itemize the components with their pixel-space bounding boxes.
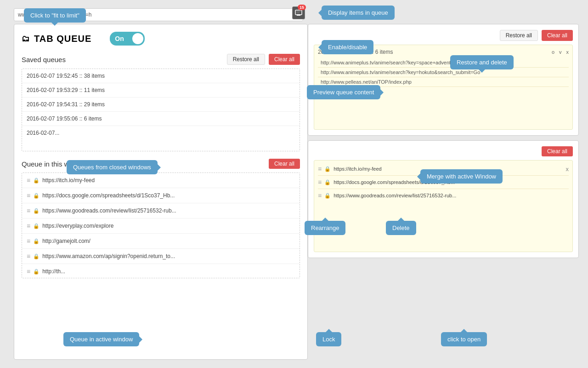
saved-queues-header: Saved queues Restore all Clear all: [22, 54, 300, 65]
right-panel: Restore all Clear all 2016-02-07 19:55:0…: [308, 24, 579, 360]
drag-handle-icon: ≡: [27, 207, 30, 214]
drag-handle-icon: ≡: [318, 192, 322, 199]
lock-icon: 🔒: [33, 269, 40, 275]
drag-handle-icon: ≡: [27, 222, 30, 230]
toggle-circle: [132, 33, 143, 44]
svg-rect-0: [295, 10, 302, 15]
delete-tooltip: Delete: [386, 221, 416, 235]
list-item[interactable]: ≡ 🔒 http://gamejolt.com/: [22, 234, 300, 249]
click-to-open-tooltip: click to open: [441, 332, 487, 346]
lock-icon: 🔒: [33, 223, 40, 229]
clear-all-active-button[interactable]: Clear all: [542, 146, 573, 156]
lock-icon: 🔒: [324, 193, 331, 199]
enable-toggle[interactable]: On: [110, 32, 145, 46]
saved-queues-title: Saved queues: [22, 56, 66, 63]
svg-rect-1: [297, 14, 300, 16]
remove-item-button[interactable]: x: [566, 166, 569, 172]
lock-tooltip: Lock: [316, 332, 341, 346]
lock-icon: 🔒: [33, 253, 40, 259]
list-item[interactable]: ≡ 🔒 http://th...: [22, 264, 300, 278]
list-item[interactable]: 2016-02-07 19:54:31 :: 29 items: [22, 98, 300, 112]
lock-icon: 🔒: [33, 238, 40, 244]
window-queue-list: ≡ 🔒 https://itch.io/my-feed ≡ 🔒 https://…: [22, 172, 300, 278]
preview-action-buttons: o v x: [552, 49, 569, 55]
fit-to-limit-tooltip: Click to "fit to limit": [24, 8, 86, 23]
preview-url-item[interactable]: http://www.animeplus.tv/anime/search?key…: [318, 58, 569, 68]
lock-icon: 🔒: [324, 166, 331, 172]
queue-count-badge: 15: [298, 5, 306, 10]
list-item[interactable]: ≡ 🔒 https://www.amazon.com/ap/signin?ope…: [22, 249, 300, 264]
display-items-tooltip: Display items in queue: [322, 6, 395, 20]
drag-handle-icon: ≡: [27, 177, 30, 184]
list-item[interactable]: ≡ 🔒 https://docs.google.com/spreadsheets…: [22, 188, 300, 203]
toggle-container: On: [110, 32, 145, 46]
closed-windows-tooltip: Queues from closed windows: [67, 160, 158, 174]
drag-handle-icon: ≡: [27, 237, 30, 245]
saved-queues-list: 2016-02-07 19:52:45 :: 38 items 2016-02-…: [22, 69, 300, 151]
preview-url-item[interactable]: http://www.animeplus.tv/anime/search?key…: [318, 68, 569, 77]
drag-handle-icon: ≡: [27, 192, 30, 199]
list-item[interactable]: 2016-02-07...: [22, 126, 300, 140]
list-item[interactable]: ≡ 🔒 https://everyplay.com/explore: [22, 218, 300, 234]
list-item[interactable]: 2016-02-07 19:52:45 :: 38 items: [22, 69, 300, 83]
active-section-header: Clear all: [314, 146, 573, 156]
delete-btn[interactable]: x: [566, 49, 569, 55]
tab-queue-icon: 🗂: [22, 34, 30, 44]
restore-all-preview-button[interactable]: Restore all: [500, 30, 538, 41]
lock-icon: 🔒: [33, 208, 40, 214]
lock-icon: 🔒: [33, 193, 40, 199]
rearrange-tooltip: Rearrange: [305, 221, 345, 235]
merge-active-tooltip: Merge with active Window: [420, 169, 503, 184]
lock-icon: 🔒: [33, 178, 40, 184]
clear-all-saved-button[interactable]: Clear all: [269, 54, 300, 65]
lock-icon: 🔒: [324, 179, 331, 185]
popup-title: 🗂 TAB QUEUE: [22, 34, 91, 44]
clear-all-window-button[interactable]: Clear all: [269, 159, 300, 169]
active-window-section: Clear all ≡ 🔒 https://itch.io/my-feed x …: [308, 140, 579, 258]
active-item[interactable]: ≡ 🔒 https://www.goodreads.com/review/lis…: [318, 189, 569, 202]
popup-panel: 🗂 TAB QUEUE On Saved queues Restore all …: [14, 24, 308, 360]
drag-handle-icon: ≡: [318, 178, 322, 186]
view-btn[interactable]: v: [559, 49, 562, 55]
list-item[interactable]: ≡ 🔒 https://www.goodreads.com/review/lis…: [22, 203, 300, 218]
clear-all-preview-button[interactable]: Clear all: [542, 30, 573, 41]
popup-header: 🗂 TAB QUEUE On: [22, 32, 300, 46]
list-item[interactable]: ≡ 🔒 https://itch.io/my-feed: [22, 173, 300, 188]
drag-handle-icon: ≡: [27, 268, 30, 275]
enable-disable-tooltip: Enable/disable: [322, 40, 373, 54]
restore-delete-tooltip: Restore and delete: [450, 55, 514, 69]
list-item[interactable]: 2016-02-07 19:53:29 :: 11 items: [22, 83, 300, 98]
preview-header: Restore all Clear all: [314, 30, 573, 41]
drag-handle-icon: ≡: [27, 253, 30, 260]
list-item[interactable]: 2016-02-07 19:55:06 :: 6 items: [22, 112, 300, 126]
drag-handle-icon: ≡: [318, 165, 322, 172]
active-window-tooltip: Queue in active window: [63, 332, 139, 346]
open-btn[interactable]: o: [552, 49, 554, 55]
restore-all-button[interactable]: Restore all: [227, 54, 265, 65]
preview-content-tooltip: Preview queue content: [307, 85, 380, 99]
